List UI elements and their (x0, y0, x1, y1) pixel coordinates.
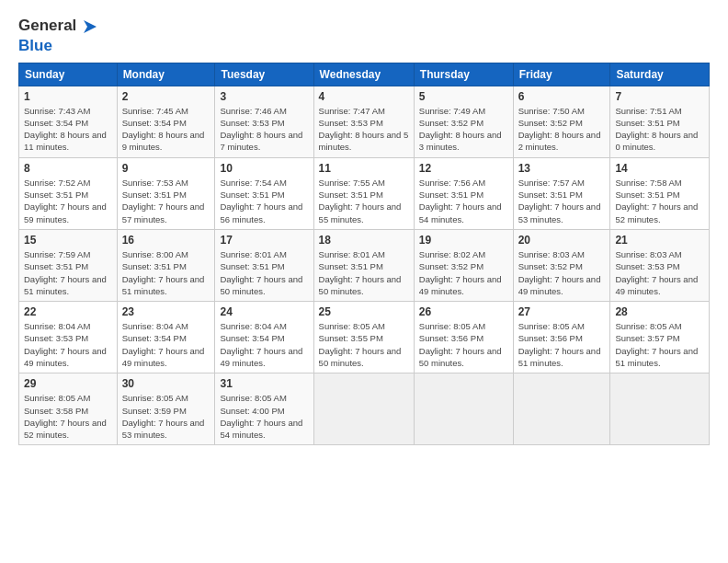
logo: General Blue (18, 17, 98, 55)
day-info: Sunset: 3:52 PM (518, 117, 606, 129)
day-info: Daylight: 7 hours and 50 minutes. (319, 345, 409, 370)
day-number: 4 (319, 90, 409, 103)
day-info: Sunset: 3:51 PM (518, 189, 606, 201)
day-info: Sunrise: 7:53 AM (122, 177, 210, 189)
calendar-cell: 30Sunrise: 8:05 AMSunset: 3:59 PMDayligh… (117, 373, 215, 445)
calendar-cell: 13Sunrise: 7:57 AMSunset: 3:51 PMDayligh… (513, 157, 610, 229)
calendar-cell (610, 373, 710, 445)
calendar-cell: 28Sunrise: 8:05 AMSunset: 3:57 PMDayligh… (610, 302, 710, 373)
day-info: Sunrise: 7:43 AM (24, 105, 112, 117)
day-info: Sunrise: 7:57 AM (518, 177, 606, 189)
calendar-cell (414, 373, 513, 445)
day-number: 6 (518, 90, 606, 103)
day-number: 10 (220, 162, 308, 175)
day-info: Daylight: 7 hours and 53 minutes. (122, 417, 210, 442)
day-info: Sunset: 3:51 PM (122, 260, 210, 272)
day-info: Sunset: 3:51 PM (24, 189, 112, 201)
calendar-cell: 5Sunrise: 7:49 AMSunset: 3:52 PMDaylight… (414, 86, 513, 157)
day-info: Daylight: 7 hours and 54 minutes. (220, 417, 308, 442)
day-info: Sunrise: 7:58 AM (615, 177, 704, 189)
day-number: 7 (615, 90, 704, 103)
day-info: Sunset: 3:54 PM (122, 332, 210, 344)
day-info: Sunset: 3:53 PM (24, 332, 112, 344)
day-number: 19 (419, 234, 508, 247)
day-info: Sunset: 3:57 PM (615, 332, 704, 344)
day-number: 24 (220, 305, 308, 318)
day-info: Daylight: 7 hours and 56 minutes. (220, 201, 308, 225)
day-number: 25 (319, 305, 409, 318)
day-info: Daylight: 7 hours and 59 minutes. (24, 201, 112, 225)
day-info: Sunset: 3:52 PM (419, 117, 508, 129)
day-number: 12 (419, 162, 508, 175)
day-info: Sunrise: 8:05 AM (24, 392, 112, 404)
calendar-cell: 25Sunrise: 8:05 AMSunset: 3:55 PMDayligh… (313, 302, 414, 373)
day-number: 5 (419, 90, 508, 103)
day-info: Sunrise: 8:05 AM (518, 320, 606, 332)
day-info: Sunset: 3:51 PM (319, 260, 409, 272)
calendar-cell: 14Sunrise: 7:58 AMSunset: 3:51 PMDayligh… (610, 157, 710, 229)
day-number: 30 (122, 377, 210, 390)
day-info: Sunrise: 8:03 AM (615, 248, 704, 260)
calendar-header-tuesday: Tuesday (215, 63, 313, 86)
day-info: Sunrise: 7:46 AM (220, 105, 308, 117)
calendar-cell: 10Sunrise: 7:54 AMSunset: 3:51 PMDayligh… (215, 157, 313, 229)
day-info: Sunrise: 8:05 AM (615, 320, 704, 332)
calendar-cell: 21Sunrise: 8:03 AMSunset: 3:53 PMDayligh… (610, 229, 710, 301)
day-info: Sunrise: 8:04 AM (24, 320, 112, 332)
day-info: Sunrise: 8:05 AM (122, 392, 210, 404)
day-number: 21 (615, 234, 704, 247)
day-info: Daylight: 7 hours and 52 minutes. (24, 417, 112, 442)
day-info: Sunrise: 7:59 AM (24, 248, 112, 260)
day-info: Sunrise: 8:01 AM (319, 248, 409, 260)
day-number: 15 (24, 234, 112, 247)
day-info: Sunrise: 7:45 AM (122, 105, 210, 117)
calendar-header-friday: Friday (513, 63, 610, 86)
calendar-cell: 29Sunrise: 8:05 AMSunset: 3:58 PMDayligh… (19, 373, 118, 445)
calendar-cell: 11Sunrise: 7:55 AMSunset: 3:51 PMDayligh… (313, 157, 414, 229)
day-number: 8 (24, 162, 112, 175)
day-info: Sunrise: 7:51 AM (615, 105, 704, 117)
day-number: 14 (615, 162, 704, 175)
calendar-week-4: 22Sunrise: 8:04 AMSunset: 3:53 PMDayligh… (19, 302, 710, 373)
day-info: Sunrise: 7:55 AM (319, 177, 409, 189)
day-info: Sunset: 3:51 PM (615, 189, 704, 201)
day-number: 31 (220, 377, 308, 390)
calendar-cell: 4Sunrise: 7:47 AMSunset: 3:53 PMDaylight… (313, 86, 414, 157)
calendar-cell: 20Sunrise: 8:03 AMSunset: 3:52 PMDayligh… (513, 229, 610, 301)
day-info: Sunset: 3:52 PM (518, 260, 606, 272)
day-info: Daylight: 7 hours and 50 minutes. (220, 273, 308, 298)
calendar-cell: 27Sunrise: 8:05 AMSunset: 3:56 PMDayligh… (513, 302, 610, 373)
day-info: Daylight: 7 hours and 51 minutes. (122, 273, 210, 298)
calendar-cell: 17Sunrise: 8:01 AMSunset: 3:51 PMDayligh… (215, 229, 313, 301)
calendar-cell: 1Sunrise: 7:43 AMSunset: 3:54 PMDaylight… (19, 86, 118, 157)
day-info: Sunset: 3:51 PM (220, 260, 308, 272)
day-info: Sunrise: 8:01 AM (220, 248, 308, 260)
calendar-header-monday: Monday (117, 63, 215, 86)
calendar-week-1: 1Sunrise: 7:43 AMSunset: 3:54 PMDaylight… (19, 86, 710, 157)
calendar-cell: 19Sunrise: 8:02 AMSunset: 3:52 PMDayligh… (414, 229, 513, 301)
calendar-week-3: 15Sunrise: 7:59 AMSunset: 3:51 PMDayligh… (19, 229, 710, 301)
day-number: 11 (319, 162, 409, 175)
calendar-cell: 3Sunrise: 7:46 AMSunset: 3:53 PMDaylight… (215, 86, 313, 157)
logo-line1: General (18, 17, 98, 37)
day-info: Sunset: 3:53 PM (220, 117, 308, 129)
day-number: 22 (24, 305, 112, 318)
day-info: Sunrise: 8:02 AM (419, 248, 508, 260)
day-info: Daylight: 7 hours and 54 minutes. (419, 201, 508, 225)
day-info: Sunrise: 7:50 AM (518, 105, 606, 117)
calendar-cell: 2Sunrise: 7:45 AMSunset: 3:54 PMDaylight… (117, 86, 215, 157)
day-info: Daylight: 7 hours and 52 minutes. (615, 201, 704, 225)
calendar-cell: 26Sunrise: 8:05 AMSunset: 3:56 PMDayligh… (414, 302, 513, 373)
day-info: Daylight: 7 hours and 57 minutes. (122, 201, 210, 225)
day-info: Daylight: 7 hours and 51 minutes. (518, 345, 606, 370)
calendar-header-saturday: Saturday (610, 63, 710, 86)
day-info: Daylight: 8 hours and 2 minutes. (518, 129, 606, 154)
header: General Blue (18, 17, 710, 55)
day-info: Daylight: 7 hours and 51 minutes. (24, 273, 112, 298)
page: General Blue SundayMondayTuesdayWednesda… (0, 0, 728, 454)
day-info: Sunset: 3:51 PM (122, 189, 210, 201)
day-info: Sunset: 3:55 PM (319, 332, 409, 344)
day-info: Sunset: 3:53 PM (319, 117, 409, 129)
calendar-header-sunday: Sunday (19, 63, 118, 86)
day-info: Sunrise: 7:47 AM (319, 105, 409, 117)
